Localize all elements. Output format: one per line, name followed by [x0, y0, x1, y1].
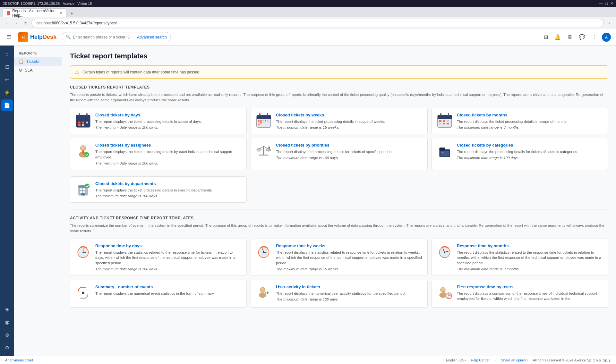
- summary-events-body: Summary - number of events The report di…: [95, 284, 242, 298]
- report-card-response-by-months[interactable]: Response time by months The report displ…: [432, 239, 608, 276]
- address-bar[interactable]: [31, 19, 604, 27]
- os-controls: — □ ✕: [599, 1, 613, 6]
- avatar-btn[interactable]: A: [602, 33, 611, 42]
- svg-marker-46: [268, 146, 270, 148]
- response-by-months-title: Response time by months: [457, 243, 603, 248]
- sidebar-icon-map[interactable]: ⊡: [1, 61, 13, 72]
- svg-rect-6: [78, 124, 81, 126]
- browser-tab-active[interactable]: H Reports - Axence nVision Help... ✕: [3, 8, 67, 17]
- user-activity-limit: The maximum date range is 100 days.: [276, 297, 423, 301]
- nav-item-sla[interactable]: ⊙ SLA: [14, 66, 62, 74]
- report-card-closed-by-months[interactable]: Closed tickets by months The report disp…: [432, 108, 608, 134]
- svg-marker-81: [267, 291, 269, 294]
- nav-section-title: REPORTS: [14, 49, 62, 57]
- maximize-btn[interactable]: □: [605, 1, 608, 6]
- first-response-users-title: First response time by users: [457, 284, 603, 289]
- response-by-days-desc: The report displays the statistics relat…: [95, 250, 242, 266]
- advanced-search-link[interactable]: Advanced search: [137, 35, 167, 39]
- activity-response-heading: ACTIVITY AND TICKET RESPONSE TIME REPORT…: [70, 216, 608, 220]
- report-card-closed-by-days[interactable]: Closed tickets by days The report displa…: [70, 108, 247, 134]
- report-card-closed-by-priorities[interactable]: Closed tickets by priorities The report …: [251, 138, 427, 170]
- monitor-icon-btn[interactable]: 🖥: [566, 33, 574, 41]
- activity-response-grid: Response time by days The report display…: [70, 239, 608, 308]
- report-card-closed-by-weeks[interactable]: Closed tickets by weeks The report displ…: [251, 108, 427, 134]
- nav-item-sla-label: SLA: [25, 68, 33, 72]
- response-by-days-limit: The maximum date range is 100 days.: [95, 267, 242, 271]
- bell-icon-btn[interactable]: 🔔: [553, 33, 562, 41]
- svg-rect-47: [269, 148, 270, 150]
- svg-rect-7: [82, 124, 84, 126]
- user-activity-icon: [255, 284, 272, 301]
- report-card-closed-by-departments[interactable]: Closed tickets by departments The report…: [70, 176, 247, 203]
- closed-by-weeks-title: Closed tickets by weeks: [276, 113, 423, 117]
- activity-response-section: ACTIVITY AND TICKET RESPONSE TIME REPORT…: [70, 216, 608, 308]
- info-banner: ⚠ Certain types of reports will contain …: [70, 65, 608, 79]
- sidebar-icon-network[interactable]: ◉: [1, 316, 13, 328]
- closed-by-days-limit: The maximum date range is 100 days.: [95, 125, 242, 129]
- svg-point-68: [263, 252, 264, 253]
- close-btn[interactable]: ✕: [610, 1, 613, 6]
- back-btn[interactable]: ‹: [3, 19, 10, 27]
- sidebar-icon-agent[interactable]: ◈: [1, 303, 13, 315]
- closed-by-departments-icon: [75, 181, 91, 198]
- sidebar-icon-screen[interactable]: ▭: [1, 74, 13, 85]
- closed-by-departments-limit: The maximum date range is 100 days.: [95, 194, 242, 198]
- nav-item-tickets[interactable]: 📋 Tickets: [14, 57, 62, 66]
- sidebar-icon-eye[interactable]: ⊛: [1, 329, 13, 341]
- closed-by-weeks-limit: The maximum date range is 15 weeks.: [276, 125, 423, 129]
- sidebar-icon-home[interactable]: ⌂: [1, 48, 13, 60]
- sidebar-icon-alert[interactable]: ⚡: [1, 87, 13, 98]
- apps-icon-btn[interactable]: ⋮: [590, 33, 598, 41]
- closed-by-assignees-body: Closed tickets by assignees The report d…: [95, 143, 242, 165]
- nav-item-tickets-label: Tickets: [26, 59, 39, 64]
- tickets-icon: 📋: [19, 59, 24, 64]
- anonymous-ticket-link[interactable]: Anonymous ticket: [5, 358, 33, 362]
- activity-response-description: The reports summarize the number of even…: [70, 223, 608, 234]
- response-by-months-body: Response time by months The report displ…: [457, 243, 603, 271]
- new-tab-btn[interactable]: +: [68, 10, 76, 17]
- report-card-response-by-days[interactable]: Response time by days The report display…: [70, 239, 247, 276]
- response-by-days-icon: [75, 243, 91, 260]
- grid-icon-btn[interactable]: ⊞: [543, 33, 549, 41]
- svg-rect-55: [83, 188, 85, 190]
- closed-by-priorities-limit: The maximum date range is 100 days.: [276, 156, 423, 160]
- first-response-users-icon: [436, 284, 453, 301]
- report-card-user-activity[interactable]: User activity in tickets The report disp…: [251, 280, 427, 308]
- report-card-response-by-weeks[interactable]: Response time by weeks The report displa…: [251, 239, 427, 276]
- tab-close-btn[interactable]: ✕: [60, 11, 63, 15]
- svg-rect-25: [438, 118, 452, 119]
- extensions-btn[interactable]: ⋮: [606, 19, 613, 27]
- warning-icon: ⚠: [75, 69, 79, 75]
- logo-icon: H: [18, 32, 28, 42]
- app-container: ☰ H HelpDesk 🔍 Advanced search ⊞ 🔔 🖥 💬 ⋮…: [0, 29, 616, 364]
- closed-by-departments-body: Closed tickets by departments The report…: [95, 181, 242, 198]
- svg-point-84: [441, 287, 445, 292]
- svg-rect-58: [81, 193, 85, 195]
- svg-rect-15: [262, 120, 264, 122]
- chat-icon-btn[interactable]: 💬: [578, 33, 586, 41]
- report-card-closed-by-assignees[interactable]: Closed tickets by assignees The report d…: [70, 138, 247, 170]
- closed-by-days-icon: [75, 113, 91, 129]
- response-by-months-limit: The maximum date range is 3 months.: [457, 267, 603, 271]
- hamburger-btn[interactable]: ☰: [5, 32, 13, 42]
- search-input[interactable]: [73, 35, 137, 39]
- first-response-users-desc: The report displays a comparison of the …: [457, 291, 603, 301]
- report-card-closed-by-categories[interactable]: Closed tickets by categories The report …: [432, 138, 608, 170]
- share-opinion-link[interactable]: Share an opinion: [501, 358, 527, 362]
- sla-icon: ⊙: [19, 68, 22, 72]
- help-center-link[interactable]: Help Center: [471, 358, 490, 362]
- forward-btn[interactable]: ›: [12, 19, 20, 27]
- os-title: DESKTOP-1COSIF1: 172.26.106.36 - Axence …: [3, 2, 92, 5]
- response-by-weeks-title: Response time by weeks: [276, 243, 423, 248]
- svg-rect-32: [440, 113, 441, 116]
- report-card-first-response-users[interactable]: First response time by users The report …: [432, 280, 608, 308]
- sidebar-icon-settings[interactable]: ⚙: [1, 342, 13, 353]
- report-card-summary-events[interactable]: Summary - number of events The report di…: [70, 280, 247, 308]
- minimize-btn[interactable]: —: [599, 1, 603, 6]
- sidebar-icon-reports[interactable]: 📄: [1, 99, 13, 111]
- tab-favicon: H: [7, 11, 10, 15]
- reload-btn[interactable]: ↻: [22, 19, 30, 27]
- closed-by-categories-limit: The maximum date range is 100 days.: [457, 156, 603, 160]
- svg-point-39: [84, 152, 89, 157]
- closed-by-assignees-title: Closed tickets by assignees: [95, 143, 242, 148]
